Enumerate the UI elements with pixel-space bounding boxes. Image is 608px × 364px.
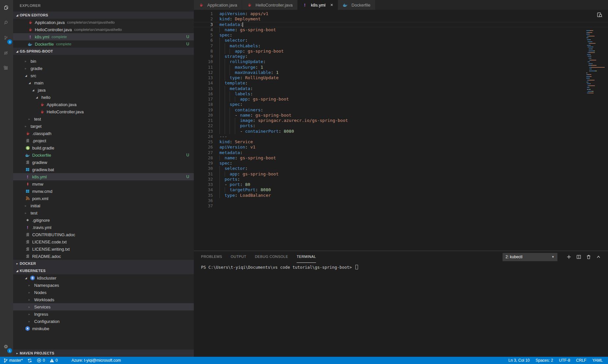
close-icon[interactable]: × <box>330 2 333 8</box>
status-yaml[interactable]: YAML <box>592 357 603 364</box>
status-0[interactable]: 0 <box>50 357 58 364</box>
tree-item-bin[interactable]: ▹bin <box>13 57 194 65</box>
status-spaces-2[interactable]: Spaces: 2 <box>535 357 553 364</box>
tree-item-dockerfile[interactable]: DockerfileU <box>13 151 194 159</box>
code-line[interactable]: 24--- <box>194 134 608 139</box>
status-0[interactable]: 0 <box>37 357 45 364</box>
tree-item-contributing-adoc[interactable]: CONTRIBUTING.adoc <box>13 231 194 238</box>
code-line[interactable]: 27metadata: <box>194 150 608 155</box>
code-line[interactable]: 22 ports: <box>194 123 608 128</box>
activity-source-control[interactable]: 3 <box>0 30 13 45</box>
section-open-editors[interactable]: ◢OPEN EDITORS <box>13 11 194 19</box>
code-line[interactable]: 20 - name: gs-spring-boot <box>194 113 608 118</box>
panel-tab-problems[interactable]: PROBLEMS <box>201 251 222 263</box>
code-line[interactable]: 16 labels: <box>194 91 608 97</box>
code-line[interactable]: 34 targetPort: 8080 <box>194 187 608 193</box>
code-line[interactable]: 9 strategy: <box>194 54 608 59</box>
section-project[interactable]: ◢GS-SPRING-BOOT <box>13 48 194 55</box>
panel-tab-terminal[interactable]: TERMINAL <box>297 251 316 263</box>
tree-item--project[interactable]: .project <box>13 137 194 144</box>
code-line[interactable]: 15 metadata: <box>194 86 608 91</box>
activity-settings[interactable]: 1 <box>0 339 13 354</box>
split-icon[interactable] <box>574 253 584 261</box>
tree-item-hello[interactable]: ◢hello <box>13 94 194 101</box>
tree-item--classpath[interactable]: .classpath <box>13 130 194 137</box>
tree-item-gradlew[interactable]: gradlew <box>13 159 194 166</box>
tree-item-gradle[interactable]: ▹gradle <box>13 65 194 72</box>
code-line[interactable]: 11 maxSurge: 1 <box>194 65 608 70</box>
status-utf-8[interactable]: UTF-8 <box>559 357 570 364</box>
code-line[interactable]: 28 name: gs-spring-boot <box>194 155 608 161</box>
tree-item--travis-yml[interactable]: !.travis.yml <box>13 224 194 231</box>
tree-item-nodes[interactable]: ▹Nodes <box>13 289 194 296</box>
code-line[interactable]: 36 <box>194 198 608 203</box>
tree-item-license-writing-txt[interactable]: LICENSE.writing.txt <box>13 245 194 253</box>
status-sync[interactable] <box>27 357 32 364</box>
terminal-picker[interactable]: 2: kubectl ▼ <box>503 253 557 261</box>
tree-item-target[interactable]: ▹target <box>13 123 194 130</box>
tree-item-mvnw-cmd[interactable]: mvnw.cmd <box>13 188 194 195</box>
code-line[interactable]: 30 selector: <box>194 166 608 171</box>
tree-item-initial[interactable]: ▹initial <box>13 202 194 209</box>
code-line[interactable]: 35 type: LoadBalancer <box>194 193 608 198</box>
code-line[interactable]: 23 - containerPort: 8080 <box>194 129 608 134</box>
status-master-[interactable]: master* <box>3 357 23 364</box>
status-azure-t-yiqi-microsoft-com[interactable]: Azure: t-yiqi@microsoft.com <box>72 357 121 364</box>
open-editor-application-java[interactable]: Application.javacomplete\src\main\java\h… <box>13 19 194 26</box>
tree-item-k8s-yml[interactable]: !k8s.ymlU <box>13 173 194 180</box>
tree-item-gradlew-bat[interactable]: gradlew.bat <box>13 166 194 173</box>
tab-k8s-yml[interactable]: !k8s.yml× <box>298 0 338 10</box>
code-line[interactable]: 25kind: Service <box>194 139 608 145</box>
tab-hellocontroller-java[interactable]: HelloController.java <box>242 0 298 10</box>
chevron-up-icon[interactable] <box>594 253 603 261</box>
code-line[interactable]: 13 type: RollingUpdate <box>194 75 608 80</box>
code-line[interactable]: 21 image: springacr.azurecr.io/gs-spring… <box>194 118 608 123</box>
code-line[interactable]: 3metadata: <box>194 22 608 27</box>
code-line[interactable]: 12 maxUnavailable: 1 <box>194 70 608 75</box>
code-line[interactable]: 33 - port: 80 <box>194 182 608 187</box>
tree-item-license-code-txt[interactable]: LICENSE.code.txt <box>13 238 194 245</box>
activity-explorer[interactable] <box>0 0 13 15</box>
tree-item-configuration[interactable]: ▹Configuration <box>13 318 194 325</box>
status-ln-3-col-10[interactable]: Ln 3, Col 10 <box>508 357 530 364</box>
tree-item-workloads[interactable]: ▹Workloads <box>13 296 194 303</box>
panel-tab-output[interactable]: OUTPUT <box>231 251 246 263</box>
tree-item-java[interactable]: ◢java <box>13 86 194 94</box>
code-line[interactable]: 19 containers: <box>194 107 608 113</box>
minimap[interactable] <box>586 30 605 98</box>
tab-application-java[interactable]: Application.java <box>194 0 242 10</box>
open-editor-dockerfile[interactable]: DockerfilecompleteU <box>13 40 194 48</box>
terminal[interactable]: PS C:\Users\t-yiqi\Documents\vs code tut… <box>194 263 608 355</box>
section-maven-projects[interactable]: ▸MAVEN PROJECTS <box>13 350 194 357</box>
tree-item-build-gradle[interactable]: Gbuild.gradle <box>13 144 194 151</box>
code-line[interactable]: 31 app: gs-spring-boot <box>194 171 608 177</box>
open-preview-icon[interactable] <box>597 12 603 19</box>
code-line[interactable]: 10 rollingUpdate: <box>194 59 608 64</box>
code-line[interactable]: 37 <box>194 203 608 209</box>
code-line[interactable]: 1apiVersion: apps/v1 <box>194 11 608 16</box>
status-crlf[interactable]: CRLF <box>576 357 586 364</box>
tree-item-test[interactable]: ▹test <box>13 115 194 123</box>
code-line[interactable]: 5spec: <box>194 33 608 38</box>
code-line[interactable]: 18 spec: <box>194 102 608 107</box>
tree-item-test[interactable]: ▹test <box>13 209 194 216</box>
tree-item-hellocontroller-java[interactable]: HelloController.java <box>13 108 194 115</box>
tree-item-ingress[interactable]: ▹Ingress <box>13 310 194 318</box>
code-line[interactable]: 32 ports: <box>194 177 608 182</box>
activity-debug[interactable] <box>0 45 13 60</box>
code-line[interactable]: 4 name: gs-spring-boot <box>194 27 608 33</box>
tree-item-src[interactable]: ◢src <box>13 72 194 79</box>
tree-item-namespaces[interactable]: ▹Namespaces <box>13 282 194 289</box>
code-line[interactable]: 29spec: <box>194 161 608 166</box>
tree-item-mvnw[interactable]: mvnw <box>13 180 194 188</box>
tree-item-k8scluster[interactable]: ◢k8scluster <box>13 274 194 282</box>
code-line[interactable]: 26apiVersion: v1 <box>194 145 608 150</box>
trash-icon[interactable] <box>584 253 594 261</box>
tree-item-main[interactable]: ◢main <box>13 79 194 86</box>
code-line[interactable]: 8 app: gs-spring-boot <box>194 49 608 54</box>
open-editor-k8s-yml[interactable]: !k8s.ymlcompleteU <box>13 33 194 40</box>
tab-dockerfile[interactable]: Dockerfile <box>338 0 375 10</box>
tree-item-application-java[interactable]: Application.java <box>13 101 194 108</box>
code-line[interactable]: 6 selector: <box>194 38 608 43</box>
code-line[interactable]: 2kind: Deployment <box>194 16 608 22</box>
